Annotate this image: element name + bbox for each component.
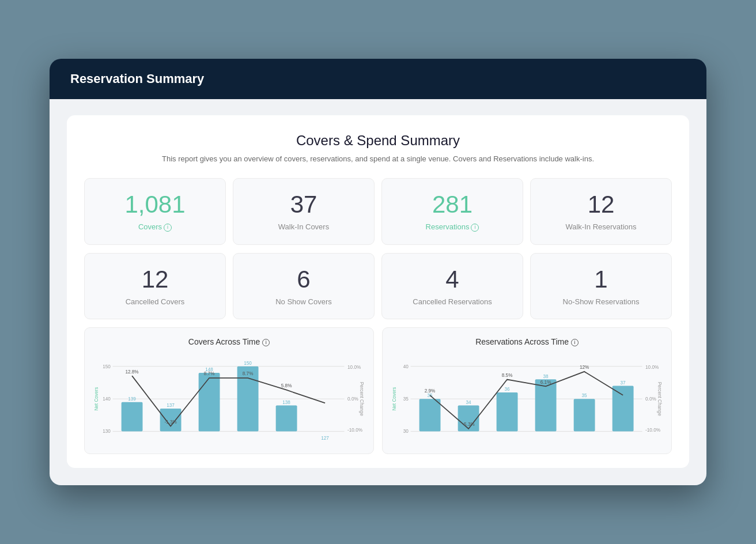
svg-rect-13 [199, 373, 220, 432]
svg-text:137: 137 [167, 403, 175, 408]
content-area: Covers & Spend Summary This report gives… [50, 99, 706, 485]
svg-text:35: 35 [403, 396, 409, 402]
svg-text:12.8%: 12.8% [125, 369, 138, 375]
chart-card-reservations-time: Reservations Across Time i30354010.0%0.0… [382, 327, 672, 454]
stat-label-reservations: Reservationsi [391, 222, 513, 232]
stat-number-covers: 1,081 [94, 191, 216, 218]
svg-text:40: 40 [403, 364, 409, 369]
stat-label-cancelled-reservations: Cancelled Reservations [391, 297, 513, 306]
svg-text:139: 139 [128, 396, 136, 402]
stat-label-no-show-covers: No Show Covers [243, 297, 365, 306]
svg-text:-10.0%: -10.0% [347, 428, 362, 433]
stat-label-covers: Coversi [94, 222, 216, 232]
device-frame: Reservation Summary Covers & Spend Summa… [50, 59, 706, 485]
stat-card-cancelled-covers: 12Cancelled Covers [84, 253, 226, 319]
chart-title-reservations-time: Reservations Across Time i [391, 337, 663, 346]
stat-label-walkin-reservations: Walk-In Reservations [540, 222, 662, 231]
svg-rect-9 [122, 402, 143, 432]
svg-text:Net Covers: Net Covers [94, 387, 99, 411]
chart-wrapper-covers-time: 13014015010.0%0.0%-10.0%1391371481501381… [93, 351, 365, 449]
stat-number-walkin-reservations: 12 [540, 191, 662, 218]
svg-text:10.0%: 10.0% [645, 365, 659, 370]
svg-text:2.9%: 2.9% [425, 388, 436, 394]
stat-card-walkin-reservations: 12Walk-In Reservations [530, 178, 672, 245]
svg-rect-43 [535, 379, 557, 431]
info-icon-covers[interactable]: i [164, 224, 172, 232]
svg-text:6.1%: 6.1% [540, 380, 551, 385]
svg-text:Percent Change: Percent Change [359, 382, 364, 417]
stat-label-noshow-reservations: No-Show Reservations [540, 297, 662, 306]
report-title: Covers & Spend Summary [84, 133, 672, 149]
header: Reservation Summary [50, 59, 706, 99]
svg-text:-1.3%: -1.3% [164, 420, 176, 425]
svg-text:36: 36 [505, 387, 511, 392]
svg-text:37: 37 [621, 380, 626, 386]
svg-text:8.7%: 8.7% [204, 371, 215, 376]
svg-rect-39 [458, 405, 479, 431]
svg-text:-5.3%: -5.3% [462, 422, 474, 427]
info-icon-reservations[interactable]: i [471, 224, 479, 232]
stat-label-walkin-covers: Walk-In Covers [243, 222, 365, 231]
svg-text:35: 35 [582, 393, 588, 398]
svg-text:8.5%: 8.5% [502, 373, 513, 378]
stat-number-noshow-reservations: 1 [540, 266, 662, 293]
svg-text:127: 127 [321, 436, 329, 441]
svg-text:38: 38 [543, 374, 549, 379]
chart-wrapper-reservations-time: 30354010.0%0.0%-10.0%3534363835372.9%-5.… [391, 351, 663, 449]
svg-text:30: 30 [403, 429, 409, 434]
stat-number-cancelled-covers: 12 [94, 266, 216, 293]
svg-text:12%: 12% [580, 365, 589, 370]
svg-text:8.7%: 8.7% [243, 371, 254, 376]
svg-text:150: 150 [103, 364, 111, 369]
chart-info-icon[interactable]: i [571, 339, 579, 346]
stat-card-cancelled-reservations: 4Cancelled Reservations [381, 253, 523, 319]
svg-rect-37 [419, 399, 441, 431]
svg-rect-45 [574, 399, 595, 431]
stat-number-walkin-covers: 37 [243, 191, 365, 218]
charts-grid: Covers Across Time i13014015010.0%0.0%-1… [84, 327, 672, 454]
stat-card-covers: 1,081Coversi [84, 178, 226, 245]
svg-text:138: 138 [282, 400, 290, 405]
main-card: Covers & Spend Summary This report gives… [67, 115, 689, 468]
stat-card-reservations: 281Reservationsi [381, 178, 523, 245]
chart-info-icon[interactable]: i [262, 339, 270, 346]
stat-card-noshow-reservations: 1No-Show Reservations [530, 253, 672, 319]
svg-text:140: 140 [103, 396, 111, 402]
chart-title-covers-time: Covers Across Time i [93, 337, 365, 346]
svg-text:130: 130 [103, 429, 111, 434]
svg-text:10.0%: 10.0% [347, 365, 361, 370]
stat-number-reservations: 281 [391, 191, 513, 218]
page-title: Reservation Summary [70, 71, 204, 86]
stat-card-no-show-covers: 6No Show Covers [233, 253, 375, 319]
svg-text:0.0%: 0.0% [645, 396, 656, 402]
svg-text:34: 34 [466, 400, 472, 405]
report-description: This report gives you an overview of cov… [84, 154, 672, 163]
svg-text:Net Covers: Net Covers [392, 387, 397, 411]
svg-text:0.0%: 0.0% [347, 396, 358, 402]
stat-label-cancelled-covers: Cancelled Covers [94, 297, 216, 306]
stat-number-cancelled-reservations: 4 [391, 266, 513, 293]
stats-grid-top: 1,081Coversi37Walk-In Covers281Reservati… [84, 178, 672, 245]
svg-rect-47 [613, 386, 634, 432]
svg-text:5.8%: 5.8% [281, 383, 292, 388]
stats-grid-bottom: 12Cancelled Covers6No Show Covers4Cancel… [84, 253, 672, 319]
svg-rect-17 [276, 405, 297, 431]
svg-text:150: 150 [244, 361, 252, 366]
chart-card-covers-time: Covers Across Time i13014015010.0%0.0%-1… [84, 327, 374, 454]
stat-number-no-show-covers: 6 [243, 266, 365, 293]
svg-rect-41 [497, 392, 518, 432]
svg-text:-10.0%: -10.0% [645, 428, 660, 433]
stat-card-walkin-covers: 37Walk-In Covers [233, 178, 375, 245]
svg-text:Percent Change: Percent Change [657, 382, 662, 417]
